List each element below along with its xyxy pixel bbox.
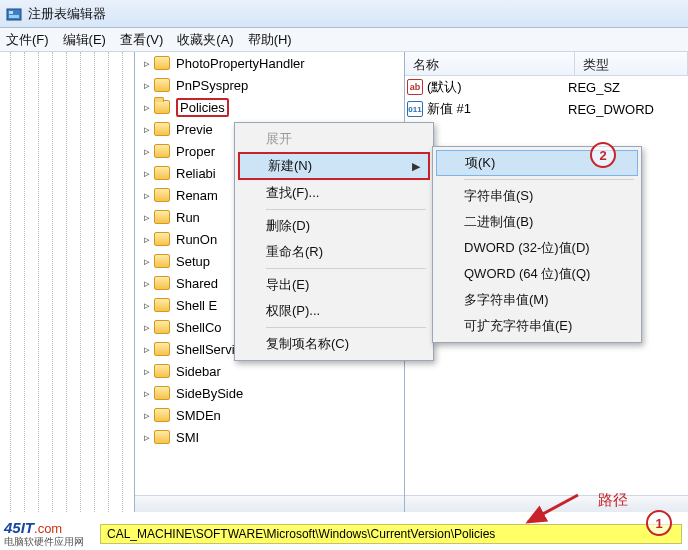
value-type: REG_DWORD <box>568 102 688 117</box>
menu-file[interactable]: 文件(F) <box>6 31 49 49</box>
svg-line-3 <box>528 495 578 522</box>
folder-icon <box>154 276 170 290</box>
expand-icon[interactable]: ▹ <box>141 322 152 333</box>
expand-icon[interactable]: ▹ <box>141 234 152 245</box>
ctx-item[interactable]: 复制项名称(C) <box>238 331 430 357</box>
header-type[interactable]: 类型 <box>575 52 688 75</box>
ctx-item-label: 重命名(R) <box>266 243 323 261</box>
expand-icon[interactable]: ▹ <box>141 168 152 179</box>
menu-bar[interactable]: 文件(F) 编辑(E) 查看(V) 收藏夹(A) 帮助(H) <box>0 28 688 52</box>
expand-icon[interactable]: ▹ <box>141 124 152 135</box>
expand-icon[interactable]: ▹ <box>141 80 152 91</box>
folder-icon <box>154 232 170 246</box>
tree-label: Shared <box>176 276 218 291</box>
tree-label: SideBySide <box>176 386 243 401</box>
expand-icon[interactable]: ▹ <box>141 256 152 267</box>
tree-sidebar[interactable] <box>0 52 135 512</box>
submenu-item[interactable]: DWORD (32-位)值(D) <box>436 235 638 261</box>
folder-icon <box>154 430 170 444</box>
tree-label: Sidebar <box>176 364 221 379</box>
tree-node[interactable]: ▹ SMI <box>135 426 404 448</box>
menu-separator <box>266 268 426 269</box>
submenu-arrow-icon: ▶ <box>412 160 420 173</box>
title-bar: 注册表编辑器 <box>0 0 688 28</box>
ctx-item-label: 复制项名称(C) <box>266 335 349 353</box>
tree-label: SMDEn <box>176 408 221 423</box>
expand-icon[interactable]: ▹ <box>141 432 152 443</box>
tree-node[interactable]: ▹ PnPSysprep <box>135 74 404 96</box>
folder-icon <box>154 408 170 422</box>
submenu-new[interactable]: 项(K)字符串值(S)二进制值(B)DWORD (32-位)值(D)QWORD … <box>432 146 642 343</box>
status-path: CAL_MACHINE\SOFTWARE\Microsoft\Windows\C… <box>100 524 682 544</box>
tree-hscroll[interactable] <box>135 495 404 512</box>
tree-label: Setup <box>176 254 210 269</box>
annotation-arrow-icon <box>518 490 588 530</box>
menu-favorites[interactable]: 收藏夹(A) <box>177 31 233 49</box>
folder-icon <box>154 386 170 400</box>
ctx-item[interactable]: 删除(D) <box>238 213 430 239</box>
value-row[interactable]: 011 新值 #1 REG_DWORD <box>405 98 688 120</box>
menu-view[interactable]: 查看(V) <box>120 31 163 49</box>
context-menu[interactable]: 展开 新建(N)▶查找(F)...删除(D)重命名(R)导出(E)权限(P)..… <box>234 122 434 361</box>
window-title: 注册表编辑器 <box>28 5 106 23</box>
menu-edit[interactable]: 编辑(E) <box>63 31 106 49</box>
watermark-logo: 45IT.com 电脑软硬件应用网 <box>4 522 84 548</box>
folder-icon <box>154 210 170 224</box>
expand-icon[interactable]: ▹ <box>141 388 152 399</box>
expand-icon[interactable]: ▹ <box>141 300 152 311</box>
svg-rect-2 <box>9 15 19 18</box>
tree-label: SMI <box>176 430 199 445</box>
svg-rect-0 <box>7 9 21 20</box>
tree-label: Renam <box>176 188 218 203</box>
menu-separator <box>464 179 634 180</box>
expand-icon[interactable]: ▹ <box>141 278 152 289</box>
tree-label: Policies <box>176 98 229 117</box>
menu-separator <box>266 327 426 328</box>
expand-icon[interactable]: ▹ <box>141 344 152 355</box>
regedit-icon <box>6 6 22 22</box>
ctx-expand[interactable]: 展开 <box>238 126 430 152</box>
expand-icon[interactable]: ▹ <box>141 146 152 157</box>
tree-guides <box>0 52 134 512</box>
value-row[interactable]: ab (默认) REG_SZ <box>405 76 688 98</box>
tree-node[interactable]: ▹ PhotoPropertyHandler <box>135 52 404 74</box>
expand-icon[interactable]: ▹ <box>141 190 152 201</box>
tree-node[interactable]: ▹ SMDEn <box>135 404 404 426</box>
header-name[interactable]: 名称 <box>405 52 575 75</box>
tree-node[interactable]: ▹ Policies <box>135 96 404 118</box>
annotation-path-label: 路径 <box>598 491 628 510</box>
ctx-item-label: 删除(D) <box>266 217 310 235</box>
submenu-item[interactable]: QWORD (64 位)值(Q) <box>436 261 638 287</box>
submenu-item[interactable]: 字符串值(S) <box>436 183 638 209</box>
tree-node[interactable]: ▹ Sidebar <box>135 360 404 382</box>
ctx-item[interactable]: 权限(P)... <box>238 298 430 324</box>
expand-icon[interactable]: ▹ <box>141 410 152 421</box>
folder-icon <box>154 254 170 268</box>
submenu-item[interactable]: 二进制值(B) <box>436 209 638 235</box>
tree-node[interactable]: ▹ SideBySide <box>135 382 404 404</box>
value-name: 新值 #1 <box>425 100 568 118</box>
expand-icon[interactable]: ▹ <box>141 102 152 113</box>
tree-label: Reliabi <box>176 166 216 181</box>
folder-icon <box>154 122 170 136</box>
submenu-item[interactable]: 可扩充字符串值(E) <box>436 313 638 339</box>
ctx-item[interactable]: 重命名(R) <box>238 239 430 265</box>
ctx-item[interactable]: 导出(E) <box>238 272 430 298</box>
folder-icon <box>154 320 170 334</box>
menu-help[interactable]: 帮助(H) <box>248 31 292 49</box>
expand-icon[interactable]: ▹ <box>141 58 152 69</box>
folder-icon <box>154 100 170 114</box>
values-header: 名称 类型 <box>405 52 688 76</box>
expand-icon[interactable]: ▹ <box>141 366 152 377</box>
expand-icon[interactable]: ▹ <box>141 212 152 223</box>
tree-label: RunOn <box>176 232 217 247</box>
ctx-item[interactable]: 新建(N)▶ <box>238 152 430 180</box>
submenu-item[interactable]: 多字符串值(M) <box>436 287 638 313</box>
folder-icon <box>154 342 170 356</box>
tree-label: PnPSysprep <box>176 78 248 93</box>
tree-label: Run <box>176 210 200 225</box>
ctx-item-label: 新建(N) <box>268 157 312 175</box>
ctx-item[interactable]: 查找(F)... <box>238 180 430 206</box>
tree-label: Shell E <box>176 298 217 313</box>
tree-label: Previe <box>176 122 213 137</box>
